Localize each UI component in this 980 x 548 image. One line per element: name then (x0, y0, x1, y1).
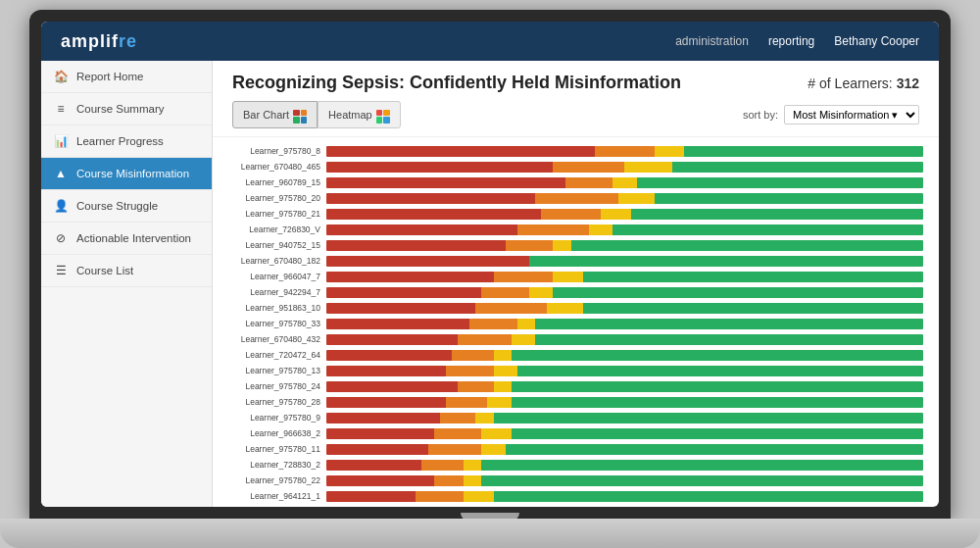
bar-container (326, 319, 923, 329)
learner-label: Learner_975780_9 (228, 413, 326, 423)
yellow-segment (553, 240, 570, 251)
orange-segment (421, 460, 464, 471)
bar-chart-label: Bar Chart (243, 109, 289, 121)
sort-select[interactable]: Most Misinformation ▾ Least Misinformati… (784, 105, 919, 125)
orange-segment (475, 303, 547, 314)
table-row: Learner_975780_20 (228, 192, 923, 205)
sidebar-item-course-list[interactable]: ☰ Course List (41, 255, 212, 287)
learner-label: Learner_975780_21 (228, 209, 326, 219)
bar-container (326, 475, 923, 486)
green-segment (494, 413, 923, 423)
red-segment (326, 491, 416, 502)
bar-container (326, 350, 923, 361)
sidebar-item-course-struggle[interactable]: 👤 Course Struggle (41, 190, 212, 223)
table-row: Learner_975780_21 (228, 208, 923, 221)
green-segment (637, 177, 923, 188)
bar-container (326, 507, 923, 508)
learner-label: Learner_964121_1 (228, 491, 326, 501)
bar-container (326, 381, 923, 392)
yellow-segment (481, 444, 505, 455)
orange-segment (446, 397, 488, 408)
learner-label: Learner_975780_33 (228, 319, 326, 328)
nav-reporting[interactable]: reporting (768, 34, 814, 48)
learner-label: Learner_728830_2 (228, 460, 326, 470)
red-segment (326, 256, 529, 267)
learner-label: Learner_975780_11 (228, 444, 326, 454)
sidebar-label-course-struggle: Course Struggle (76, 200, 158, 212)
sidebar-label-course-misinformation: Course Misinformation (76, 168, 189, 179)
orange-segment (434, 475, 464, 486)
red-segment (326, 381, 458, 392)
bar-chart-button[interactable]: Bar Chart (232, 101, 318, 128)
table-row: Learner_975780_13 (228, 365, 923, 377)
sidebar-item-report-home[interactable]: 🏠 Report Home (41, 61, 212, 93)
red-segment (326, 287, 481, 298)
struggle-icon: 👤 (53, 199, 69, 213)
red-segment (326, 193, 535, 204)
sidebar-item-course-summary[interactable]: ≡ Course Summary (41, 93, 212, 125)
orange-segment (458, 334, 512, 345)
bar-container (326, 491, 923, 502)
learner-label: Learner_670480_182 (228, 256, 326, 266)
heatmap-button[interactable]: Heatmap (318, 101, 401, 128)
sort-label: sort by: (743, 109, 778, 121)
green-segment (583, 303, 923, 314)
table-row: Learner_670480_432 (228, 333, 923, 346)
logo: amplifre (61, 31, 137, 52)
green-segment (512, 397, 923, 408)
chart-type-buttons: Bar Chart (232, 101, 401, 128)
nav-administration[interactable]: administration (675, 34, 749, 48)
yellow-segment (553, 272, 582, 282)
table-row: Learner_975780_28 (228, 396, 923, 409)
learner-label: Learner_975780_8 (228, 146, 326, 156)
main-area: 🏠 Report Home ≡ Course Summary 📊 Learner… (41, 61, 939, 507)
bar-container (326, 428, 923, 439)
sidebar-item-actionable-intervention[interactable]: ⊘ Actionable Intervention (41, 223, 212, 255)
orange-segment (541, 209, 601, 220)
bar-container (326, 303, 923, 314)
red-segment (326, 240, 506, 251)
yellow-segment (446, 507, 469, 508)
screen: amplifre administration reporting Bethan… (41, 22, 939, 507)
learner-label: Learner_966638_2 (228, 428, 326, 438)
home-icon: 🏠 (53, 70, 69, 83)
red-segment (326, 507, 410, 508)
yellow-segment (487, 397, 511, 408)
sidebar-item-learner-progress[interactable]: 📊 Learner Progress (41, 125, 212, 158)
sidebar-label-course-list: Course List (76, 265, 133, 276)
green-segment (512, 350, 923, 361)
table-row: Learner_975780_11 (228, 443, 923, 456)
green-segment (481, 475, 923, 486)
bar-container (326, 224, 923, 235)
logo-text: amplif (61, 31, 119, 51)
red-segment (326, 444, 428, 455)
red-segment (326, 413, 440, 423)
sort-row: sort by: Most Misinformation ▾ Least Mis… (743, 105, 919, 125)
sidebar-label-learner-progress: Learner Progress (76, 135, 164, 147)
green-segment (535, 334, 923, 345)
heatmap-label: Heatmap (328, 109, 372, 121)
yellow-segment (494, 381, 512, 392)
learner-label: Learner_975780_22 (228, 475, 326, 485)
bar-chart-icon (293, 106, 307, 124)
green-segment (506, 444, 923, 455)
orange-segment (416, 491, 464, 502)
table-row: Learner_951863_10 (228, 302, 923, 315)
table-row: Learner_975780_8 (228, 145, 923, 158)
bar-container (326, 272, 923, 282)
table-row: Learner_940752_15 (228, 239, 923, 252)
sidebar-item-course-misinformation[interactable]: ▲ Course Misinformation (41, 158, 212, 190)
orange-segment (506, 240, 554, 251)
yellow-segment (475, 413, 493, 423)
laptop-base (0, 519, 980, 548)
table-row: Learner_975780_22 (228, 474, 923, 487)
logo-accent: re (119, 31, 137, 51)
content-area: Recognizing Sepsis: Confidently Held Mis… (213, 61, 939, 507)
orange-segment (452, 350, 494, 361)
red-segment (326, 475, 434, 486)
yellow-segment (601, 209, 630, 220)
yellow-segment (612, 177, 636, 188)
green-segment (517, 366, 923, 376)
red-segment (326, 334, 458, 345)
green-segment (684, 146, 923, 157)
